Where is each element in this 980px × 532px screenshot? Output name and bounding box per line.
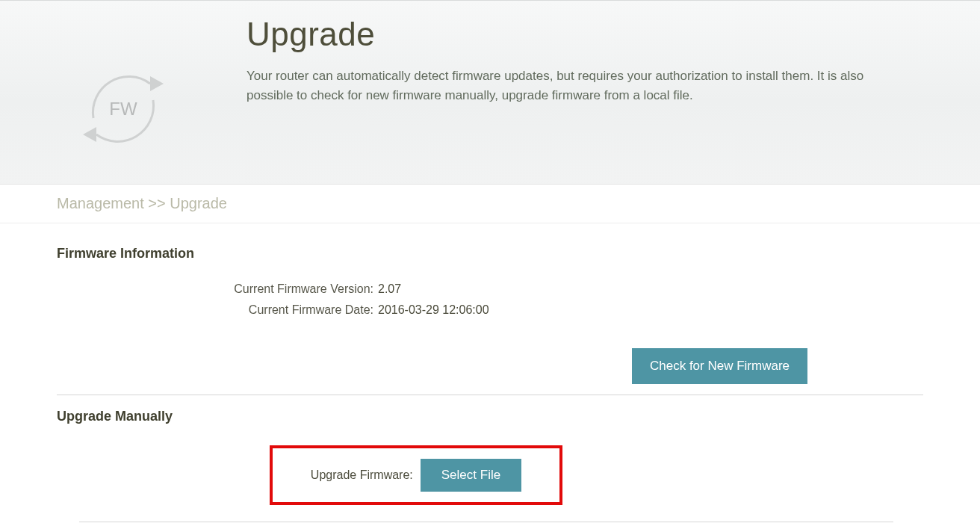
firmware-version-label: Current Firmware Version: [57,282,378,296]
select-file-button[interactable]: Select File [421,459,521,492]
check-for-new-firmware-button[interactable]: Check for New Firmware [632,348,807,384]
section-title-upgrade-manually: Upgrade Manually [57,409,923,424]
section-divider [79,522,893,522]
firmware-date-value: 2016-03-29 12:06:00 [378,303,489,317]
firmware-icon-text: FW [109,99,137,119]
page-header: FW Upgrade Your router can automatically… [0,0,980,185]
upgrade-manually-section: Upgrade Manually Upgrade Firmware: Selec… [57,409,923,522]
upgrade-firmware-label: Upgrade Firmware: [311,468,413,482]
firmware-icon: FW [0,16,246,161]
svg-marker-0 [150,76,164,91]
section-divider [57,395,923,395]
section-title-firmware-info: Firmware Information [57,246,923,262]
firmware-version-row: Current Firmware Version: 2.07 [57,282,923,296]
page-description: Your router can automatically detect fir… [246,66,913,105]
breadcrumb-text: Management >> Upgrade [57,195,227,211]
breadcrumb: Management >> Upgrade [0,185,980,223]
svg-marker-1 [83,127,96,142]
page-title: Upgrade [246,16,913,53]
firmware-version-value: 2.07 [378,282,401,296]
firmware-date-row: Current Firmware Date: 2016-03-29 12:06:… [57,303,923,317]
firmware-date-label: Current Firmware Date: [57,303,378,317]
firmware-information-section: Firmware Information Current Firmware Ve… [57,246,923,395]
